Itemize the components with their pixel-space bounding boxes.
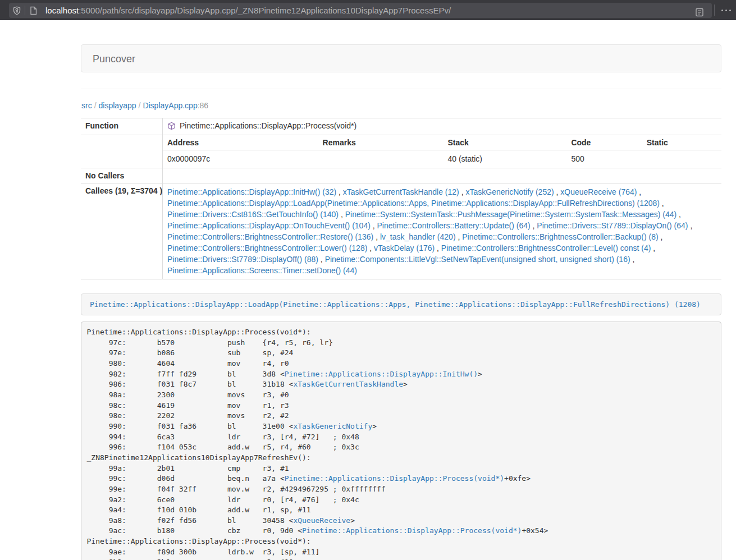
callee-separator: , (371, 221, 377, 230)
callee-link[interactable]: Pinetime::Applications::DisplayApp::Init… (167, 187, 336, 196)
value-static (642, 150, 721, 168)
col-stack: Stack (443, 135, 566, 150)
function-name: Pinetime::Applications::DisplayApp::Proc… (180, 121, 356, 130)
breadcrumb-link-file[interactable]: DisplayApp.cpp (143, 101, 197, 110)
divider (81, 89, 721, 89)
callee-link[interactable]: Pinetime::Applications::DisplayApp::OnTo… (167, 221, 371, 230)
callee-link[interactable]: Pinetime::Controllers::Battery::Update()… (377, 221, 531, 230)
stats-empty-label (81, 135, 163, 168)
cube-icon (167, 122, 176, 132)
toolbar-divider (714, 4, 715, 16)
callee-link[interactable]: lv_task_handler (420) (380, 232, 456, 241)
callee-separator: , (367, 244, 374, 253)
stats-cell: Address Remarks Stack Code Static 0x0000… (163, 135, 721, 168)
brand-title: Puncover (93, 45, 135, 73)
stats-header-row: Address Remarks Stack Code Static (163, 135, 721, 150)
callee-separator: , (637, 187, 641, 196)
value-stack: 40 (static) (443, 150, 566, 168)
callee-separator: , (651, 244, 655, 253)
page-body: Puncover src/displayapp/DisplayApp.cpp:8… (0, 21, 736, 560)
url-text[interactable]: localhost:5000/path/src/displayapp/Displ… (45, 6, 712, 15)
callee-separator: , (660, 199, 664, 208)
url-bar[interactable]: localhost:5000/path/src/displayapp/Displ… (9, 3, 712, 18)
page-icon[interactable] (25, 3, 41, 18)
callee-link[interactable]: Pinetime::Drivers::Cst816S::GetTouchInfo… (167, 210, 339, 219)
callee-link[interactable]: Pinetime::Drivers::St7789::DisplayOn() (… (537, 221, 688, 230)
value-address: 0x0000097c (163, 150, 318, 168)
function-label: Function (81, 118, 163, 135)
callee-link[interactable]: Pinetime::Components::LittleVgl::SetNewT… (325, 255, 630, 264)
callee-link[interactable]: Pinetime::Controllers::BrightnessControl… (462, 232, 658, 241)
col-remarks: Remarks (318, 135, 444, 150)
callee-separator: , (339, 210, 345, 219)
breadcrumb-link-displayapp[interactable]: displayapp (99, 101, 136, 110)
callee-separator: , (630, 255, 635, 264)
callee-separator: , (318, 255, 325, 264)
callee-link[interactable]: Pinetime::System::SystemTask::PushMessag… (345, 210, 677, 219)
function-name-cell: Pinetime::Applications::DisplayApp::Proc… (163, 118, 721, 135)
asm-symbol-link[interactable]: xTaskGenericNotify (293, 422, 372, 430)
col-static: Static (642, 135, 721, 150)
banner-function-link[interactable]: Pinetime::Applications::DisplayApp::Load… (90, 300, 701, 309)
asm-symbol-link[interactable]: xQueueReceive (293, 516, 350, 525)
callee-link[interactable]: Pinetime::Controllers::BrightnessControl… (167, 244, 367, 253)
callee-separator: , (435, 244, 441, 253)
stats-value-row: 0x0000097c 40 (static) 500 (163, 150, 721, 168)
no-callers-label: No Callers (81, 168, 163, 183)
callee-separator: , (373, 232, 380, 241)
disassembly-block: Pinetime::Applications::DisplayApp::Proc… (81, 322, 721, 560)
callee-link[interactable]: Pinetime::Drivers::St7789::DisplayOff() … (167, 255, 318, 264)
callee-separator: , (531, 221, 537, 230)
asm-symbol-link[interactable]: Pinetime::Applications::DisplayApp::Proc… (302, 526, 522, 535)
callee-link[interactable]: Pinetime::Applications::Screens::Timer::… (167, 266, 357, 275)
breadcrumb-link-src[interactable]: src (81, 101, 92, 110)
more-menu-icon[interactable] (719, 3, 733, 17)
callee-separator: , (336, 187, 343, 196)
callees-label: Callees (19, Σ=3704 ) (81, 183, 163, 279)
callee-separator: , (676, 210, 681, 219)
breadcrumb-separator: / (136, 101, 143, 110)
stats-table: Address Remarks Stack Code Static 0x0000… (163, 135, 721, 168)
stats-row: Address Remarks Stack Code Static 0x0000… (81, 135, 721, 168)
callee-separator: , (459, 187, 466, 196)
function-row: Function Pinetime::Applications::Display… (81, 118, 721, 135)
col-code: Code (566, 135, 642, 150)
highlight-banner: Pinetime::Applications::DisplayApp::Load… (81, 293, 721, 315)
callee-separator: , (688, 221, 693, 230)
callee-separator: , (456, 232, 463, 241)
url-host: localhost (45, 6, 79, 15)
app-navbar: Puncover (81, 44, 721, 72)
callee-link[interactable]: vTaskDelay (176) (374, 244, 435, 253)
browser-toolbar: localhost:5000/path/src/displayapp/Displ… (0, 0, 736, 20)
breadcrumb-line-number: :86 (198, 101, 208, 110)
callee-link[interactable]: Pinetime::Controllers::BrightnessControl… (167, 232, 373, 241)
callees-row: Callees (19, Σ=3704 ) Pinetime::Applicat… (81, 183, 721, 279)
callees-list: Pinetime::Applications::DisplayApp::Init… (163, 183, 721, 279)
disassembly-listing: Pinetime::Applications::DisplayApp::Proc… (87, 327, 716, 560)
callee-link[interactable]: Pinetime::Applications::DisplayApp::Load… (167, 199, 660, 208)
asm-symbol-link[interactable]: Pinetime::Applications::DisplayApp::Proc… (285, 474, 504, 483)
breadcrumb-separator: / (92, 101, 99, 110)
shield-icon[interactable] (9, 3, 25, 18)
callee-separator: , (659, 232, 663, 241)
no-callers-cell (163, 168, 721, 183)
callee-separator: , (554, 187, 561, 196)
callee-link[interactable]: xTaskGenericNotify (252) (465, 187, 554, 196)
col-address: Address (163, 135, 318, 150)
callee-link[interactable]: xQueueReceive (764) (560, 187, 637, 196)
asm-symbol-link[interactable]: xTaskGetCurrentTaskHandle (293, 380, 403, 388)
reader-mode-icon[interactable] (692, 4, 707, 20)
callee-link[interactable]: Pinetime::Controllers::BrightnessControl… (441, 244, 651, 253)
callee-link[interactable]: xTaskGetCurrentTaskHandle (12) (343, 187, 459, 196)
function-table: Function Pinetime::Applications::Display… (81, 118, 721, 279)
value-code: 500 (566, 150, 642, 168)
url-path: :5000/path/src/displayapp/DisplayApp.cpp… (79, 6, 451, 15)
value-remarks (318, 150, 444, 168)
asm-symbol-link[interactable]: Pinetime::Applications::DisplayApp::Init… (285, 370, 478, 378)
breadcrumb: src/displayapp/DisplayApp.cpp:86 (81, 101, 208, 110)
no-callers-row: No Callers (81, 168, 721, 183)
